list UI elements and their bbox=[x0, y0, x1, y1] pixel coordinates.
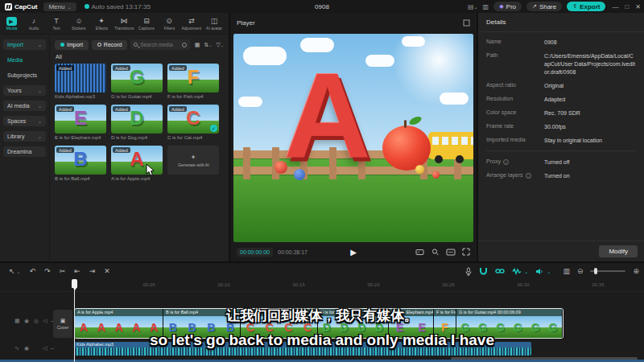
sort-icon[interactable]: ⇅⌄ bbox=[204, 42, 212, 48]
media-item-d-is-for-dog.mp4[interactable]: DAddedD is for Dog.mp4 bbox=[111, 105, 163, 140]
track-options-icon[interactable]: ▦ bbox=[14, 318, 20, 324]
tab-adjustment[interactable]: ⇄Adjustment bbox=[180, 17, 203, 31]
lock-icon[interactable]: ◉ bbox=[24, 318, 29, 324]
show-waveform-icon[interactable] bbox=[512, 268, 522, 275]
trim-right-icon[interactable]: ⇥ bbox=[89, 267, 96, 275]
tab-captions[interactable]: ⊟Captions bbox=[135, 17, 158, 31]
media-item-a-is-for-apple.mp4[interactable]: AAddedA is for Apple.mp4 bbox=[111, 146, 163, 181]
play-button[interactable]: ▶ bbox=[350, 248, 357, 257]
timeline-clip-a[interactable]: A is for Apple.mp4AAAAA bbox=[75, 309, 163, 338]
minimize-button[interactable]: — bbox=[612, 3, 618, 10]
panel-toggle-icon[interactable]: ▥ bbox=[483, 3, 489, 10]
media-item-g-is-for-guitar.mp4[interactable]: GAddedG is for Guitar.mp4 bbox=[111, 64, 163, 99]
zoom-slider-handle[interactable] bbox=[594, 268, 597, 274]
tab-ai-avatar[interactable]: ◫AI avatar bbox=[203, 17, 225, 31]
tab-media[interactable]: ▶Media bbox=[0, 17, 23, 31]
pro-button[interactable]: ◆ Pro bbox=[493, 2, 522, 11]
grid-view-icon[interactable]: ▦ bbox=[195, 42, 200, 48]
export-button[interactable]: ⇧ Export bbox=[567, 2, 605, 11]
preview-axis-icon[interactable]: ▥ bbox=[563, 267, 570, 275]
playhead-handle[interactable] bbox=[72, 279, 77, 288]
media-item-c-is-for-cat.mp4[interactable]: CAdded✓C is for Cat.mp4 bbox=[167, 105, 219, 140]
timeline-clip-c[interactable]: C is for Cat.mp4CCCC bbox=[241, 309, 318, 338]
sidebar-item-spaces[interactable]: Spaces⌄ bbox=[3, 116, 46, 126]
audio-lock-icon[interactable]: ◉ bbox=[24, 345, 29, 352]
audio-monitor-icon[interactable] bbox=[535, 268, 544, 275]
ruler-label: 00:25 bbox=[442, 282, 454, 287]
undo-icon[interactable]: ↶ bbox=[30, 267, 36, 275]
media-item-name: B is for Ball.mp4 bbox=[55, 176, 106, 181]
audio-mute-icon[interactable]: ◁ bbox=[43, 345, 47, 352]
close-button[interactable]: ✕ bbox=[635, 3, 641, 10]
tab-text[interactable]: TText bbox=[45, 17, 68, 31]
tab-filters[interactable]: ⊙Filters bbox=[158, 17, 180, 31]
chevron-down-icon: ⌄ bbox=[38, 88, 42, 93]
import-button[interactable]: Import bbox=[55, 40, 89, 50]
preview-focus-icon[interactable] bbox=[431, 248, 440, 256]
select-tool-icon[interactable]: ↖ bbox=[9, 267, 15, 275]
filter-icon[interactable]: ▽⌄ bbox=[216, 42, 224, 48]
media-item-name: E is for Elephant.mp4 bbox=[55, 135, 106, 140]
fullscreen-icon[interactable] bbox=[462, 248, 470, 256]
visibility-icon[interactable]: ◎ bbox=[34, 318, 39, 324]
timeline-clip-b[interactable]: B is for Ball.mp4BBBB bbox=[163, 309, 241, 338]
tab-transitions[interactable]: ⋈Transitions bbox=[113, 17, 135, 31]
media-item-e-is-for-elephant.mp4[interactable]: EAddedE is for Elephant.mp4 bbox=[55, 105, 106, 140]
trim-left-icon[interactable]: ⇤ bbox=[74, 267, 80, 275]
voiceover-mic-icon[interactable] bbox=[465, 267, 472, 276]
cover-button[interactable]: ▣ Cover bbox=[53, 310, 72, 338]
ribbon-tabs: ▶Media♪AudioTText☺Stickers✦Effects⋈Trans… bbox=[0, 13, 229, 35]
magnetic-snap-icon[interactable] bbox=[479, 267, 488, 275]
media-item-kids-alphabet.mp3[interactable]: AddedKids Alphabet.mp3 bbox=[55, 64, 106, 99]
record-label: Record bbox=[104, 42, 122, 47]
generate-with-ai-card[interactable]: ✦Generate with AI bbox=[167, 146, 219, 175]
mute-icon[interactable]: ◁ bbox=[43, 318, 47, 324]
select-tool-chevron-icon[interactable]: ⌄ bbox=[17, 269, 21, 274]
search-input[interactable] bbox=[140, 42, 179, 47]
sidebar-item-yours[interactable]: Yours⌄ bbox=[3, 85, 46, 96]
sidebar-item-library[interactable]: Library⌄ bbox=[3, 131, 46, 142]
audio-collapse-icon[interactable]: – bbox=[51, 345, 54, 351]
player-expand-icon[interactable] bbox=[463, 19, 470, 27]
media-thumbnail: Added bbox=[55, 64, 106, 93]
media-item-f-is-for-fish.mp4[interactable]: FAddedF is for Fish.mp4 bbox=[167, 64, 219, 99]
waveform-chevron-icon[interactable]: ⌄ bbox=[524, 269, 528, 274]
media-item-b-is-for-ball.mp4[interactable]: BAddedB is for Ball.mp4 bbox=[55, 146, 106, 181]
workspace-layout-icon[interactable]: ▤⌄ bbox=[468, 3, 478, 10]
maximize-button[interactable]: □ bbox=[625, 3, 629, 10]
sidebar-item-media[interactable]: Media bbox=[3, 55, 46, 65]
modify-button[interactable]: Modify bbox=[599, 245, 638, 257]
audio-monitor-chevron-icon[interactable]: ⌄ bbox=[547, 269, 551, 274]
search-box[interactable] bbox=[130, 39, 189, 50]
sidebar-item-dreamina[interactable]: Dreamina bbox=[3, 146, 46, 157]
link-clips-icon[interactable] bbox=[495, 268, 505, 274]
record-button[interactable]: Record bbox=[92, 40, 128, 50]
timeline-clip-d[interactable]: D is for Dog.mp4DDDD bbox=[318, 309, 389, 338]
timeline-ruler[interactable]: 00:0500:1000:1500:2000:2500:3000:35 bbox=[0, 279, 644, 292]
sidebar-item-import[interactable]: Import⌄ bbox=[3, 39, 46, 50]
audio-clip[interactable]: Kids Alphabet.mp3 bbox=[74, 342, 531, 356]
pro-diamond-icon: ◆ bbox=[499, 3, 503, 10]
timeline-zoom-slider[interactable] bbox=[590, 270, 625, 272]
tab-audio[interactable]: ♪Audio bbox=[23, 17, 45, 31]
menu-button[interactable]: Menu ⌄ bbox=[43, 2, 76, 11]
timeline-clip-f[interactable]: F is for Fish.mp4F bbox=[434, 309, 456, 338]
zoom-out-icon[interactable]: ⊖ bbox=[577, 267, 584, 275]
filter-all-label[interactable]: All bbox=[50, 51, 229, 60]
timeline-clip-g[interactable]: G is for Guitar.mp4 00:00:06:09GGGGGG bbox=[456, 309, 563, 338]
audio-track-icon[interactable]: ∿ bbox=[14, 345, 19, 352]
tab-effects[interactable]: ✦Effects bbox=[90, 17, 113, 31]
share-button[interactable]: ↗ Share bbox=[526, 2, 562, 11]
video-preview[interactable]: A bbox=[233, 34, 473, 242]
sidebar-item-subprojects[interactable]: Subprojects bbox=[3, 70, 46, 80]
search-options-icon[interactable] bbox=[182, 43, 187, 47]
resolution-icon[interactable] bbox=[446, 249, 456, 256]
zoom-in-icon[interactable]: ⊕ bbox=[633, 267, 639, 275]
tab-stickers[interactable]: ☺Stickers bbox=[68, 17, 90, 31]
delete-icon[interactable]: ✕ bbox=[104, 267, 110, 275]
split-icon[interactable]: ✂ bbox=[60, 267, 66, 275]
timeline-clip-e[interactable]: E is for Elephant.mp4EE bbox=[389, 309, 434, 338]
aspect-ratio-icon[interactable] bbox=[415, 249, 424, 256]
redo-icon[interactable]: ↷ bbox=[44, 267, 51, 275]
sidebar-item-ai-media[interactable]: AI media⌄ bbox=[3, 101, 46, 111]
